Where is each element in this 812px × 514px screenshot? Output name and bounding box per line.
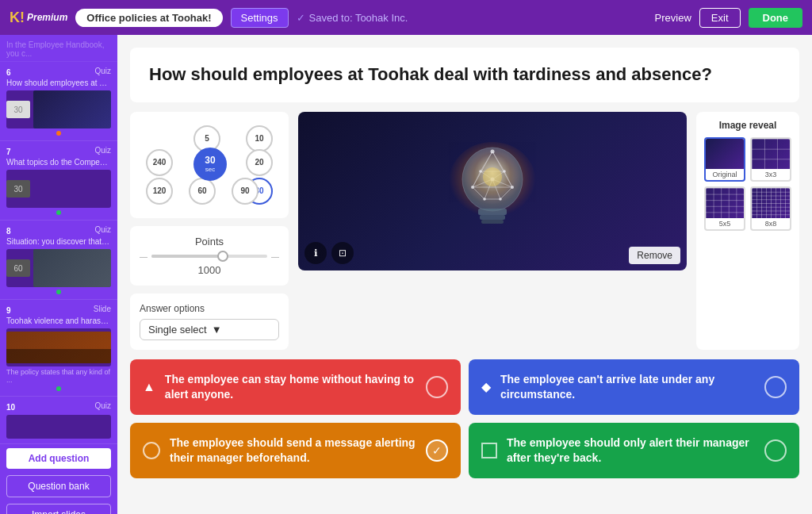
saved-text: Saved to: Toohak Inc. (309, 12, 408, 24)
answer-check-1[interactable] (764, 376, 787, 398)
settings-button[interactable]: Settings (231, 8, 289, 28)
remove-image-button[interactable]: Remove (629, 247, 680, 264)
svg-point-24 (511, 186, 514, 189)
reveal-thumb-8x8 (752, 188, 790, 218)
done-button[interactable]: Done (749, 8, 803, 28)
reveal-thumb-3x3 (752, 139, 790, 169)
timer-btn-90[interactable]: 90 (232, 178, 259, 205)
timer-btn-240[interactable]: 240 (146, 149, 173, 176)
import-slides-button[interactable]: Import slides (6, 504, 111, 514)
question-box: How should employees at Toohak deal with… (130, 48, 799, 102)
answer-icon-triangle: ▲ (143, 380, 155, 394)
logo-k-icon: K! (10, 10, 25, 26)
points-slider-row: — — (140, 252, 279, 261)
timer-btn-30[interactable]: 30sec (193, 148, 227, 181)
middle-section: 5 10 240 30sec 20 120 60 (130, 112, 799, 350)
single-select-dropdown[interactable]: Single select ▼ (140, 319, 279, 340)
sidebar-item-8[interactable]: 8 Quiz Situation: you discover that a co… (0, 221, 117, 300)
slide-title-6: How should employees at Toohak ... (6, 78, 111, 88)
slide-dot-9 (56, 386, 61, 391)
reveal-options-grid: Original 3x3 5x5 8x8 (704, 137, 791, 231)
points-slider[interactable] (151, 255, 267, 258)
answer-text-2: The employee should send a message alert… (170, 435, 416, 464)
sidebar-item-6-top[interactable]: In the Employee Handbook, you c... (0, 38, 117, 62)
answer-card-3[interactable]: The employee should only alert their man… (469, 423, 799, 478)
saved-check-icon: ✓ (297, 12, 305, 24)
slide-type-6: Quiz (94, 67, 111, 75)
svg-point-23 (471, 186, 474, 189)
svg-rect-2 (478, 209, 507, 215)
slide-num-10: 10 (6, 403, 15, 412)
slide-thumb-7: 30 (6, 170, 111, 208)
header: K! Premium Office policies at Toohak! Se… (0, 0, 812, 35)
left-panel: 5 10 240 30sec 20 120 60 (130, 112, 289, 350)
answer-icon-square (481, 443, 497, 458)
reveal-option-8x8[interactable]: 8x8 (750, 186, 791, 231)
reveal-option-3x3[interactable]: 3x3 (750, 137, 791, 182)
sidebar-item-10[interactable]: 10 Quiz (0, 397, 117, 444)
sidebar-item-7[interactable]: 7 Quiz What topics do the Compensatio...… (0, 141, 117, 221)
slider-fill (151, 255, 221, 258)
add-question-button[interactable]: Add question (6, 448, 111, 469)
timer-btn-60[interactable]: 60 (189, 178, 216, 205)
slide-num-8: 8 (6, 227, 11, 236)
reveal-label-original: Original (706, 169, 744, 180)
dropdown-arrow-icon: ▼ (212, 324, 222, 336)
active-tab[interactable]: Office policies at Toohak! (75, 9, 222, 27)
slide-thumb-10 (6, 415, 111, 439)
answer-card-0[interactable]: ▲ The employee can stay home without hav… (130, 359, 461, 415)
slide-subtitle-9: The policy states that any kind of ... (6, 368, 111, 384)
timer-btn-20[interactable]: 20 (246, 149, 273, 176)
exit-button[interactable]: Exit (699, 8, 741, 28)
sidebar-item-9[interactable]: 9 Slide Toohak violence and harassment .… (0, 300, 117, 397)
slide-partial-text: In the Employee Handbook, you c... (6, 40, 111, 58)
image-crop-button[interactable]: ⊡ (331, 242, 354, 264)
timer-btn-10[interactable]: 10 (246, 125, 273, 152)
slide-type-7: Quiz (94, 146, 111, 155)
content-area: How should employees at Toohak deal with… (117, 35, 812, 514)
slider-handle[interactable] (217, 251, 228, 262)
answer-text-1: The employee can't arrive late under any… (500, 372, 755, 401)
reveal-label-8x8: 8x8 (752, 218, 790, 229)
answer-check-3[interactable] (764, 439, 787, 462)
logo-premium-text: Premium (27, 12, 67, 23)
svg-point-30 (483, 167, 502, 186)
slide-dot-7 (56, 210, 61, 215)
slide-thumb-9 (6, 328, 111, 366)
answers-grid: ▲ The employee can stay home without hav… (130, 359, 799, 478)
svg-point-28 (483, 198, 486, 201)
lightbulb-image (437, 128, 548, 255)
timer-panel: 5 10 240 30sec 20 120 60 (130, 112, 289, 218)
answer-text-3: The employee should only alert their man… (507, 435, 755, 464)
slide-type-10: Quiz (94, 401, 111, 410)
logo: K! Premium (10, 10, 67, 26)
timer-layout: 5 10 240 30sec 20 120 60 (140, 121, 279, 209)
points-panel: Points — — 1000 (130, 226, 289, 286)
reveal-title: Image reveal (704, 120, 791, 131)
points-label: Points (140, 236, 279, 247)
svg-point-22 (491, 149, 495, 153)
single-select-label: Single select (148, 324, 207, 336)
slide-type-8: Quiz (94, 225, 111, 234)
slide-num-6: 6 (6, 68, 11, 77)
preview-button[interactable]: Preview (655, 12, 691, 24)
slide-title-9: Toohak violence and harassment ... (6, 316, 111, 326)
answer-check-0[interactable] (426, 376, 448, 398)
slide-dot-6 (56, 131, 61, 136)
timer-btn-120[interactable]: 120 (146, 178, 173, 205)
reveal-option-5x5[interactable]: 5x5 (704, 186, 745, 231)
reveal-option-original[interactable]: Original (704, 137, 745, 182)
image-reveal-panel: Image reveal Original 3x3 5x5 (696, 112, 799, 350)
svg-rect-4 (481, 220, 504, 224)
slide-title-8: Situation: you discover that a cow... (6, 236, 111, 247)
image-info-button[interactable]: ℹ (304, 242, 327, 264)
header-right: Preview Exit Done (655, 8, 802, 28)
slide-type-9: Slide (94, 305, 111, 313)
question-bank-button[interactable]: Question bank (6, 475, 111, 497)
answer-card-2[interactable]: The employee should send a message alert… (130, 423, 461, 478)
answer-check-2[interactable]: ✓ (426, 439, 448, 462)
answer-card-1[interactable]: ◆ The employee can't arrive late under a… (469, 359, 799, 415)
points-value: 1000 (140, 264, 279, 276)
sidebar-item-6[interactable]: 6 Quiz How should employees at Toohak ..… (0, 62, 117, 141)
slide-num-9: 9 (6, 306, 11, 315)
